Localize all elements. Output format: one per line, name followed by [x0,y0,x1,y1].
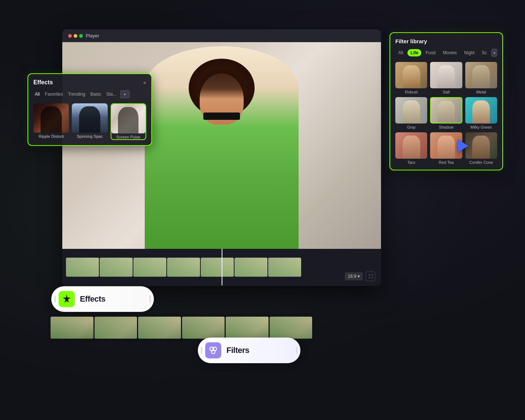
effect-silhouette-1 [40,106,62,133]
filter-label-redtea: Red Tea [430,160,462,165]
scrubber[interactable] [222,256,222,278]
fullscreen-button[interactable]: ⛶ [366,272,375,281]
filter-person-metal [472,65,490,88]
effect-thumb-spinning [72,103,107,133]
effects-tab-dropdown[interactable]: ▾ [120,90,130,98]
effects-header: Effects « [33,79,146,86]
timeline-controls: 16:9 ▾ ⛶ [345,272,375,281]
filter-item-metal[interactable]: Metal [465,62,497,94]
effect-item-ripple[interactable]: Ripple Distorti [33,103,69,140]
filters-pill[interactable]: Filters [198,338,300,363]
filter-thumb-salt [430,62,462,88]
effects-tabs: All Favorites Trending Basic Sta... ▾ [33,90,146,98]
filter-label-milkygreen: Milky Green [465,125,497,129]
filter-tab-sc[interactable]: Sc [479,49,490,56]
filter-label-conifercone: Conifer Cone [465,160,497,165]
filter-item-shadow[interactable]: Shadow [430,97,462,129]
tl-thumb-5 [226,317,269,339]
timeline-thumb-2 [100,258,133,277]
filter-tab-all[interactable]: All [395,49,406,56]
filter-label-gray: Gray [395,125,427,129]
filters-pill-icon [205,342,221,358]
sunglasses-shape [203,113,240,120]
filter-panel-title: Filter library [395,38,497,44]
filter-person-salt [437,65,455,88]
player-titlebar: Player [62,29,381,42]
timeline-thumb-5 [201,258,234,277]
player-window: Player 16:9 ▾ ⛶ [62,29,381,286]
effects-tab-all[interactable]: All [33,91,41,97]
pill-notch-right [149,295,151,303]
filter-thumb-milkygreen [465,97,497,124]
timeline-thumb-1 [66,258,99,277]
effect-item-screenpulse[interactable]: Screen Pulse [111,103,146,140]
timeline-thumb-4 [167,258,200,277]
effects-pill-icon [59,291,75,307]
filters-pill-notch-right [296,347,297,354]
effects-panel-title: Effects [33,79,53,86]
timeline-thumb-6 [234,258,267,277]
effects-collapse-button[interactable]: « [143,80,146,85]
filter-item-salt[interactable]: Salt [430,62,462,94]
filter-tab-movies[interactable]: Movies [440,49,460,56]
filters-icon [208,345,218,355]
effect-label-ripple: Ripple Distorti [33,134,69,139]
filter-panel: Filter library All Life Food Movies Nigh… [389,32,503,170]
effect-silhouette-3 [118,107,138,133]
filter-tab-night[interactable]: Night [461,49,477,56]
maximize-dot[interactable] [79,34,83,38]
filter-item-milkygreen[interactable]: Milky Green [465,97,497,129]
window-controls [68,34,83,38]
filter-label-robust: Robust [395,90,427,94]
tl-thumb-4 [182,317,225,339]
timeline-track[interactable] [62,256,381,278]
filter-person-shadow [438,101,455,123]
filter-person-taro [403,136,420,159]
aspect-ratio-button[interactable]: 16:9 ▾ [345,272,363,280]
effects-tab-standard[interactable]: Sta... [105,91,118,97]
effects-tab-favorites[interactable]: Favorites [43,91,64,97]
filter-tab-food[interactable]: Food [423,49,439,56]
effects-tab-basic[interactable]: Basic [89,91,103,97]
effect-item-spinning[interactable]: Spinning Spac [72,103,107,140]
effect-label-screenpulse: Screen Pulse [111,135,145,139]
filters-pill-label: Filters [226,346,249,355]
filter-item-redtea[interactable]: Red Tea [430,132,462,165]
tl-thumb-6 [270,317,313,339]
filter-tab-more-button[interactable]: ▾ [491,49,497,57]
filter-person-robust [403,65,420,88]
filter-label-shadow: Shadow [430,125,462,129]
filter-person-milkygreen [472,100,490,124]
filter-thumb-conifercone [465,132,497,159]
filter-item-gray[interactable]: Gray [395,97,427,129]
filter-item-taro[interactable]: Taro [395,132,427,165]
filter-tabs: All Life Food Movies Night Sc ▾ [395,49,497,57]
effects-grid: Ripple Distorti Spinning Spac Screen Pul… [33,103,146,140]
effects-pill[interactable]: Effects [51,286,154,312]
tl-thumb-1 [51,317,93,339]
filter-label-salt: Salt [430,90,462,94]
effects-tab-trending[interactable]: Trending [67,91,87,97]
filter-tab-life[interactable]: Life [407,49,421,56]
timeline-thumbnail-row [48,314,315,341]
filter-person-redtea [437,136,455,159]
star-sparkle-icon [62,294,72,304]
filter-grid: Robust Salt Metal Gray Shadow [395,62,497,165]
minimize-dot[interactable] [74,34,77,38]
filter-thumb-redtea [430,132,462,159]
filter-label-metal: Metal [465,90,497,94]
player-title: Player [86,33,99,38]
timeline: 16:9 ▾ ⛶ [62,249,381,285]
close-dot[interactable] [68,34,72,38]
filter-item-conifercone[interactable]: Conifer Cone [465,132,497,165]
filter-thumb-robust [395,62,427,88]
filter-item-robust[interactable]: Robust [395,62,427,94]
filter-thumb-shadow [430,97,462,124]
filter-thumb-gray [395,97,427,124]
cursor-arrow-icon [458,139,468,152]
filter-thumb-metal [465,62,497,88]
tl-thumb-2 [95,317,137,339]
filters-pill-notch-left [201,347,202,354]
effect-silhouette-2 [79,106,100,133]
effect-thumb-screenpulse [111,104,145,133]
